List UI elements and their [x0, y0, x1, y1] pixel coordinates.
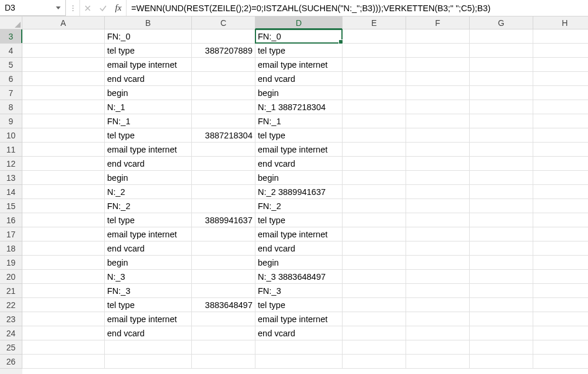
cell-H19[interactable]	[533, 256, 588, 270]
cell-D3[interactable]: FN:_0	[255, 29, 343, 44]
cell-E18[interactable]	[343, 241, 406, 256]
cell-G26[interactable]	[470, 355, 533, 369]
cell-F18[interactable]	[406, 241, 470, 256]
cell-C17[interactable]	[192, 227, 255, 241]
cell-A16[interactable]	[22, 213, 105, 227]
cell-E16[interactable]	[343, 213, 406, 227]
cell-D14[interactable]: N:_2 3889941637	[255, 185, 343, 199]
cell-A7[interactable]	[22, 86, 105, 100]
row-header-20[interactable]: 20	[0, 270, 22, 284]
row-header-9[interactable]: 9	[0, 114, 22, 128]
cell-A8[interactable]	[22, 100, 105, 114]
cell-D15[interactable]: FN:_2	[255, 199, 343, 213]
cell-G20[interactable]	[470, 270, 533, 284]
cell-F7[interactable]	[406, 86, 470, 100]
cell-F11[interactable]	[406, 143, 470, 157]
row-header-4[interactable]: 4	[0, 44, 22, 58]
column-header-C[interactable]: C	[192, 16, 255, 29]
cell-G23[interactable]	[470, 312, 533, 326]
cell-A14[interactable]	[22, 185, 105, 199]
cell-C10[interactable]: 3887218304	[192, 128, 255, 143]
cell-A9[interactable]	[22, 114, 105, 128]
cell-G16[interactable]	[470, 213, 533, 227]
cell-H21[interactable]	[533, 284, 588, 298]
cell-B15[interactable]: FN:_2	[105, 199, 192, 213]
cell-H22[interactable]	[533, 298, 588, 312]
cell-G22[interactable]	[470, 298, 533, 312]
cell-A17[interactable]	[22, 227, 105, 241]
cell-A24[interactable]	[22, 326, 105, 340]
cell-F9[interactable]	[406, 114, 470, 128]
cell-E25[interactable]	[343, 340, 406, 355]
cell-H6[interactable]	[533, 72, 588, 86]
cell-G10[interactable]	[470, 128, 533, 143]
cell-G4[interactable]	[470, 44, 533, 58]
cell-D24[interactable]: end vcard	[255, 326, 343, 340]
select-all-button[interactable]	[0, 16, 22, 29]
cell-G12[interactable]	[470, 157, 533, 171]
row-header-24[interactable]: 24	[0, 326, 22, 340]
cell-A10[interactable]	[22, 128, 105, 143]
cell-E23[interactable]	[343, 312, 406, 326]
cell-F4[interactable]	[406, 44, 470, 58]
cell-F12[interactable]	[406, 157, 470, 171]
cell-E26[interactable]	[343, 355, 406, 369]
cell-C21[interactable]	[192, 284, 255, 298]
cell-H8[interactable]	[533, 100, 588, 114]
insert-function-button[interactable]: fx	[111, 0, 126, 16]
chevron-down-icon[interactable]	[54, 3, 63, 12]
cell-H24[interactable]	[533, 326, 588, 340]
cell-E10[interactable]	[343, 128, 406, 143]
row-header-10[interactable]: 10	[0, 128, 22, 143]
cell-B20[interactable]: N:_3	[105, 270, 192, 284]
cell-A13[interactable]	[22, 171, 105, 185]
column-header-B[interactable]: B	[105, 16, 192, 29]
row-header-17[interactable]: 17	[0, 227, 22, 241]
cell-F10[interactable]	[406, 128, 470, 143]
cell-B6[interactable]: end vcard	[105, 72, 192, 86]
cell-A22[interactable]	[22, 298, 105, 312]
cell-D19[interactable]: begin	[255, 256, 343, 270]
cell-B12[interactable]: end vcard	[105, 157, 192, 171]
cell-C22[interactable]: 3883648497	[192, 298, 255, 312]
row-header-26[interactable]: 26	[0, 355, 22, 369]
cell-E24[interactable]	[343, 326, 406, 340]
cell-C23[interactable]	[192, 312, 255, 326]
cell-G15[interactable]	[470, 199, 533, 213]
cell-C12[interactable]	[192, 157, 255, 171]
cell-C8[interactable]	[192, 100, 255, 114]
cell-G18[interactable]	[470, 241, 533, 256]
row-header-13[interactable]: 13	[0, 171, 22, 185]
cell-D20[interactable]: N:_3 3883648497	[255, 270, 343, 284]
cell-G13[interactable]	[470, 171, 533, 185]
cell-F19[interactable]	[406, 256, 470, 270]
cell-E4[interactable]	[343, 44, 406, 58]
cell-F26[interactable]	[406, 355, 470, 369]
cell-H12[interactable]	[533, 157, 588, 171]
cell-C26[interactable]	[192, 355, 255, 369]
cell-B16[interactable]: tel type	[105, 213, 192, 227]
cell-B23[interactable]: email type internet	[105, 312, 192, 326]
cell-C9[interactable]	[192, 114, 255, 128]
cell-E5[interactable]	[343, 58, 406, 72]
row-header-15[interactable]: 15	[0, 199, 22, 213]
cell-F23[interactable]	[406, 312, 470, 326]
cell-F14[interactable]	[406, 185, 470, 199]
row-header-25[interactable]: 25	[0, 340, 22, 355]
column-header-H[interactable]: H	[533, 16, 588, 29]
cell-A4[interactable]	[22, 44, 105, 58]
cell-D10[interactable]: tel type	[255, 128, 343, 143]
cell-D18[interactable]: end vcard	[255, 241, 343, 256]
cell-A12[interactable]	[22, 157, 105, 171]
cell-F5[interactable]	[406, 58, 470, 72]
cell-C13[interactable]	[192, 171, 255, 185]
column-header-A[interactable]: A	[22, 16, 105, 29]
cell-B11[interactable]: email type internet	[105, 143, 192, 157]
cell-H9[interactable]	[533, 114, 588, 128]
cell-D17[interactable]: email type internet	[255, 227, 343, 241]
cell-G11[interactable]	[470, 143, 533, 157]
cell-C5[interactable]	[192, 58, 255, 72]
cell-A6[interactable]	[22, 72, 105, 86]
cell-G17[interactable]	[470, 227, 533, 241]
accept-formula-button[interactable]	[95, 0, 111, 16]
